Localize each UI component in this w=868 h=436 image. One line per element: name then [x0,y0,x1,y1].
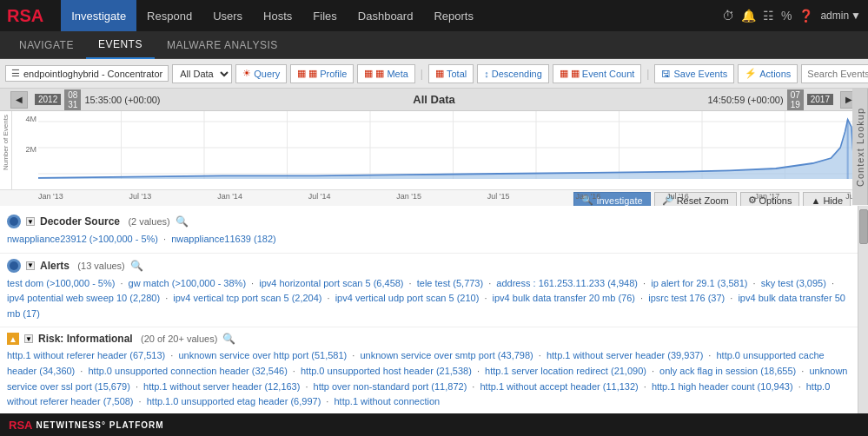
ipsrctest-link[interactable]: ipsrc test 176 (37) [648,293,725,303]
http0-conn-link[interactable]: http.0 unsupported connection header (32… [88,366,287,376]
data-dropdown[interactable]: All Data [172,64,232,83]
unknown-http-link[interactable]: unknown service over http port (51,581) [178,350,347,360]
event-count-button[interactable]: ▦ ▦ Event Count [553,64,642,83]
y-axis: 4M 2M [12,111,38,189]
nav-users[interactable]: Users [202,0,253,31]
http10-etag-link[interactable]: http.1.0 unsupported etag header (6,997) [147,396,321,406]
chart-header: ◀ 2012 08 31 15:35:00 (+00:00) All Data … [0,89,868,111]
separator2: | [646,68,649,80]
chart-plot: Jan '13 Jul '13 Jan '14 Jul '14 Jan '15 … [38,111,868,189]
http1-highheader-link[interactable]: http.1 high header count (10,943) [652,381,793,392]
search-input[interactable] [801,64,868,83]
chart-body: Number of Events 4M 2M [0,111,868,189]
nwappliance11639-link[interactable]: nwappliance11639 (182) [171,234,275,244]
only-ack-link[interactable]: only ack flag in session (18,655) [659,366,796,376]
ipv4bulk20-link[interactable]: ipv4 bulk data transfer 20 mb (76) [493,293,635,303]
testdom-link[interactable]: test dom (>100,000 - 5%) [7,278,115,288]
bottom-rsa-icon: RSA [9,419,32,432]
percent-icon[interactable]: % [781,9,792,23]
risk-title: Risk: Informational [38,333,136,345]
nav-investigate[interactable]: Investigate [61,0,136,31]
x-label-jan13: Jan '13 [38,192,63,202]
subnav-events[interactable]: EVENTS [86,31,155,59]
alerts-section: ▼ Alerts (13 values) 🔍 test dom (>100,00… [0,254,858,328]
actions-button[interactable]: ⚡ Actions [738,64,798,83]
address-link[interactable]: address : 161.253.11.233 (4,948) [496,278,638,288]
chart-title: All Data [168,93,701,106]
http1-noref-link[interactable]: http.1 without referer header (67,513) [7,350,165,360]
alerts-search-icon[interactable]: 🔍 [130,260,143,272]
scrollbar[interactable] [858,206,868,436]
separator1: | [421,68,423,80]
decoder-source-toggle[interactable]: ▼ [26,217,35,226]
chart-nav-left[interactable]: ◀ [10,91,28,109]
decoder-source-header: ▼ Decoder Source (2 values) 🔍 [7,215,851,228]
start-time: 15:35:00 (+00:00) [84,95,160,105]
teletest-link[interactable]: tele test (5,773) [417,278,483,288]
nav-hosts[interactable]: Hosts [253,0,302,31]
start-month-num: 08 [68,90,77,100]
save-events-button[interactable]: 🖫 Save Events [654,64,734,83]
source-icon: ☰ [11,68,20,79]
alerts-values: test dom (>100,000 - 5%) · gw match (>10… [7,276,851,322]
meta-button[interactable]: ▦ ▦ Meta [357,64,414,83]
total-icon: ▦ [435,68,444,79]
start-year: 2012 [35,94,61,105]
ipv4tcpscan-link[interactable]: ipv4 vertical tcp port scan 5 (2,204) [173,293,321,303]
descending-button[interactable]: ↕ Descending [477,64,549,83]
risk-search-icon[interactable]: 🔍 [222,333,235,345]
ipalert-link[interactable]: ip alert for 29.1 (3,581) [651,278,747,288]
admin-button[interactable]: admin ▼ [820,10,861,22]
help-icon[interactable]: ❓ [798,9,813,23]
risk-count: (20 of 20+ values) [141,334,217,344]
nav-reports[interactable]: Reports [423,0,484,31]
ipv4websweep-link[interactable]: ipv4 potential web sweep 10 (2,280) [7,293,160,303]
events-panel: ▼ Decoder Source (2 values) 🔍 nwapplianc… [0,206,858,436]
meta-icon2: ▦ [375,68,384,79]
nav-dashboard[interactable]: Dashboard [348,0,424,31]
ipv4horiz-link[interactable]: ipv4 horizontal port scan 5 (6,458) [259,278,403,288]
context-lookup-panel[interactable]: Context Lookup [852,89,868,205]
alerts-icon-inner [10,261,18,270]
http1-noserver2-link[interactable]: http.1 without server header (12,163) [143,381,300,392]
risk-icon-symbol: ▲ [9,334,17,344]
http0-host-link[interactable]: http.0 unsupported host header (21,538) [301,366,472,376]
ipv4udpscan-link[interactable]: ipv4 vertical udp port scan 5 (210) [335,293,480,303]
grid-icon[interactable]: ☷ [763,9,774,23]
alerts-icon [7,259,21,273]
skytest-link[interactable]: sky test (3,095) [761,278,826,288]
http1-noserver-link[interactable]: http.1 without server header (39,937) [547,350,703,360]
separator-ds1: · [163,234,169,244]
chart-svg [38,111,868,189]
http1-noconn-link[interactable]: http.1 without connection [334,396,440,406]
http1-location-link[interactable]: http.1 server location redirect (21,090) [485,366,646,376]
decoder-source-search-icon[interactable]: 🔍 [176,215,189,228]
main-layout: ▼ Decoder Source (2 values) 🔍 nwapplianc… [0,206,868,436]
http1-noaccept-link[interactable]: http.1 without accept header (11,132) [480,381,638,392]
nav-respond[interactable]: Respond [136,0,202,31]
risk-informational-header: ▲ ▼ Risk: Informational (20 of 20+ value… [7,333,851,345]
profile-grid2-icon: ▦ [308,68,317,79]
admin-chevron-icon: ▼ [851,10,861,22]
profile-button[interactable]: ▦ ▦ Profile [290,64,354,83]
nwappliance23912-link[interactable]: nwappliance23912 (>100,000 - 5%) [7,234,158,244]
scrollbar-thumb[interactable] [859,209,868,244]
end-day-num: 19 [791,100,800,109]
x-label-jan16: Jan '16 [575,192,600,202]
decoder-source-count: (2 values) [128,216,169,227]
query-button[interactable]: ☀ Query [235,64,287,83]
subnav-malware[interactable]: MALWARE ANALYSIS [155,31,290,59]
gwmatch-link[interactable]: gw match (>100,000 - 38%) [129,278,246,288]
alerts-toggle[interactable]: ▼ [26,261,35,270]
risk-toggle[interactable]: ▼ [24,334,33,343]
http-nonstandard-link[interactable]: http over non-standard port (11,872) [314,381,467,392]
subnav-navigate[interactable]: NAVIGATE [7,31,86,59]
filter-icon: ☀ [242,68,251,79]
total-button[interactable]: ▦ Total [428,64,474,83]
decoder-source-values: nwappliance23912 (>100,000 - 5%) · nwapp… [7,232,851,248]
clock-icon[interactable]: ⏱ [722,9,734,23]
nav-files[interactable]: Files [302,0,347,31]
bell-icon[interactable]: 🔔 [741,9,756,23]
unknown-smtp-link[interactable]: unknown service over smtp port (43,798) [360,350,533,360]
start-month: 08 31 [64,89,81,110]
